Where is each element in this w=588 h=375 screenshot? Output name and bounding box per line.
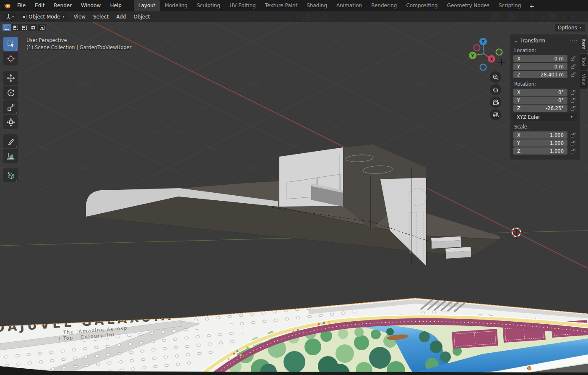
rotation-x-field[interactable]: X0° [513,89,567,96]
mode-label: Object Mode [27,14,62,20]
scale-z-lock[interactable] [567,148,578,154]
rotation-mode-dropdown[interactable]: XYZ Euler ▾ [513,113,577,121]
workspace-tab-shading[interactable]: Shading [302,0,332,11]
rotation-z-row: Z-26.25° [513,105,578,112]
workspace-tab-modeling[interactable]: Modeling [160,0,193,11]
gizmo-axis-z[interactable]: Z [479,38,487,45]
zoom-button[interactable] [490,71,501,83]
location-x-row: X0 m [513,55,578,62]
rotation-y-field[interactable]: Y0° [513,97,567,104]
chevron-down-icon: ▾ [579,26,582,29]
unlock-icon [570,89,575,95]
workspace-tabs: Layout Modeling Sculpting UV Editing Tex… [134,0,538,11]
grid-icon [492,112,499,118]
workspace-tab-animation[interactable]: Animation [332,0,367,11]
gizmo-axis-y[interactable]: Y [469,52,476,59]
navigation-gizmo[interactable]: Z Y X [467,37,505,75]
panel-collapse-chevron[interactable]: ⌄ [513,39,518,43]
add-workspace-button[interactable]: + [526,1,538,11]
cursor-tool-icon [7,55,15,63]
menu-object[interactable]: Object [130,14,154,20]
workspace-tab-geometry-nodes[interactable]: Geometry Nodes [442,0,494,11]
location-z-row: Z-28.403 m [513,71,578,78]
workspace-tab-compositing[interactable]: Compositing [401,0,442,11]
workspace-tab-sculpting[interactable]: Sculpting [192,0,225,11]
menu-help[interactable]: Help [105,0,126,11]
gizmo-axis-neg-z[interactable] [480,64,487,71]
gizmo-axis-x[interactable]: X [488,55,495,63]
select-mode-subtract-button[interactable] [20,24,29,31]
select-mode-set-button[interactable] [3,24,11,31]
options-label: Options [558,25,577,31]
location-z-lock[interactable] [567,72,578,77]
tool-cursor[interactable] [3,52,18,66]
unlock-icon [570,132,575,138]
tool-rotate[interactable] [3,86,18,100]
select-mode-invert-button[interactable] [29,24,37,31]
location-x-field[interactable]: X0 m [513,55,567,62]
select-mode-extend-button[interactable] [11,24,20,31]
active-object-overlay: (1) Scene Collection | GardenTopViewUppe… [26,45,131,50]
menu-file[interactable]: File [13,0,30,11]
scale-x-lock[interactable] [567,132,578,138]
menu-select[interactable]: Select [89,14,112,20]
gizmo-axis-neg-x[interactable] [474,45,480,51]
panel-grip[interactable]: :::: [570,39,578,43]
tool-options-corner [16,146,17,147]
sidebar-transform-panel: ⌄ Transform :::: Location: X0 m Y0 m Z-2… [510,34,580,160]
rotation-x-row: X0° [513,89,578,96]
menu-edit[interactable]: Edit [30,0,49,11]
select-extend-icon [13,26,18,30]
scale-z-field[interactable]: Z1.000 [513,147,567,155]
camera-view-button[interactable] [490,97,501,108]
editor-type-button[interactable]: ▾ [3,13,17,21]
svg-text:X: X [490,57,493,61]
tool-annotate[interactable] [3,134,18,148]
rotation-z-field[interactable]: Z-26.25° [513,105,567,112]
scale-y-field[interactable]: Y1.000 [513,139,567,147]
menu-view[interactable]: View [70,14,89,20]
workspace-tab-rendering[interactable]: Rendering [367,0,401,11]
rotation-y-lock[interactable] [567,97,578,103]
menu-window[interactable]: Window [76,0,105,11]
tool-add-cube[interactable] [3,168,18,182]
transform-tool-icon [7,118,15,126]
tool-transform[interactable] [3,115,18,129]
menu-render[interactable]: Render [49,0,76,11]
workspace-tab-scripting[interactable]: Scripting [494,0,526,11]
blender-logo-icon[interactable] [2,0,13,11]
workspace-tab-texture-paint[interactable]: Texture Paint [260,0,302,11]
mode-dropdown[interactable]: Object Mode ▾ [19,13,68,21]
tool-options-corner [16,180,17,181]
tool-move[interactable] [3,71,18,85]
rotation-z-lock[interactable] [567,105,578,111]
topbar: File Edit Render Window Help Layout Mode… [0,0,588,11]
scale-y-lock[interactable] [567,140,578,146]
tool-scale[interactable] [3,100,18,114]
sidebar-tabs: Item Tool View [580,35,588,89]
sidebar-tab-view[interactable]: View [580,71,588,89]
workspace-tab-layout[interactable]: Layout [134,0,160,11]
sidebar-tab-item[interactable]: Item [580,35,588,53]
unlock-icon [570,64,575,69]
select-mode-intersect-button[interactable] [38,24,46,31]
scale-tool-icon [7,103,15,112]
orthographic-toggle-button[interactable] [490,109,501,121]
tool-select-box[interactable] [3,37,18,51]
zoom-icon [492,74,499,81]
pan-button[interactable] [490,84,501,95]
location-x-lock[interactable] [567,56,578,61]
tool-measure[interactable] [3,149,18,163]
rotation-y-row: Y0° [513,97,578,104]
unlock-icon [570,72,575,77]
location-z-field[interactable]: Z-28.403 m [513,71,567,78]
scale-x-field[interactable]: X1.000 [513,131,567,139]
rotation-x-lock[interactable] [567,89,578,95]
gizmo-axis-neg-y[interactable] [496,49,502,55]
workspace-tab-uv-editing[interactable]: UV Editing [225,0,260,11]
location-y-lock[interactable] [567,64,578,69]
location-y-field[interactable]: Y0 m [513,63,567,70]
menu-add[interactable]: Add [112,14,130,20]
sidebar-tab-tool[interactable]: Tool [580,54,588,70]
options-button[interactable]: Options ▾ [555,24,585,31]
